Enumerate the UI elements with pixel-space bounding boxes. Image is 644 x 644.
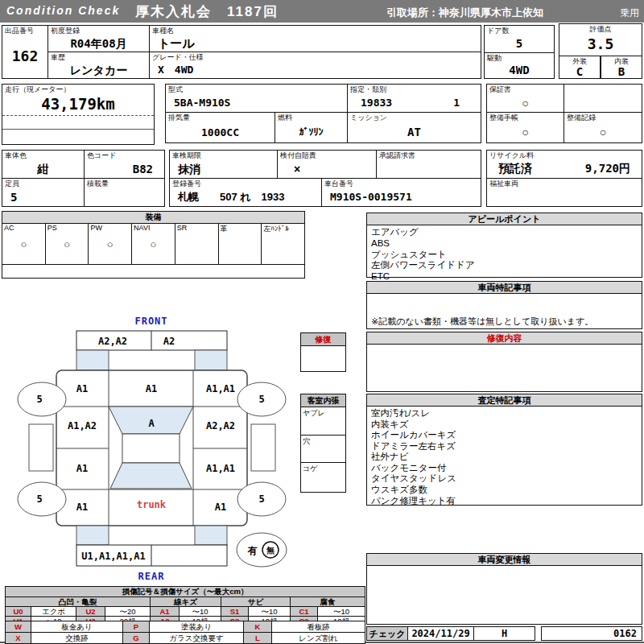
field-label: 外装 xyxy=(559,56,600,65)
legend-desc: 板金あり xyxy=(31,621,123,633)
legend-desc: エクボ xyxy=(31,607,76,617)
panel-change-info: 車両変更情報 xyxy=(366,553,642,625)
legend-code: K xyxy=(244,621,272,633)
warranty-circle: ○ xyxy=(487,93,564,112)
legend-code: P xyxy=(123,621,150,633)
brand-logo: Condition Check xyxy=(6,4,120,17)
field-label: 内装 xyxy=(601,56,642,65)
front-right-pillar xyxy=(195,350,227,370)
field-label: 保証書 xyxy=(487,85,564,93)
check-date-cell: 2024/11/29 xyxy=(407,626,474,641)
equipment-cell-navi: NAVI○ xyxy=(132,224,175,265)
assessment-item: ウスキズ多数 xyxy=(371,485,638,496)
cabin-row-burn: コゲ xyxy=(301,462,345,489)
field-recycle-fee: リサイクル料 預託済 9,720円 xyxy=(486,150,642,179)
capacity-value: 5 xyxy=(2,188,84,206)
exterior-grade-value: C xyxy=(559,65,600,78)
designation-value: 19833 xyxy=(348,97,392,109)
pickup-location: 引取場所：神奈川県厚木市上依知 xyxy=(386,6,543,20)
insurance-value: × xyxy=(278,159,376,178)
assessment-item: 内装キズ xyxy=(371,419,638,431)
field-warranty: 保証書 ○ xyxy=(486,84,564,113)
field-history: 車歴 レンタカー xyxy=(47,52,150,79)
field-fuel: 燃料 ｶﾞｿﾘﾝ xyxy=(275,112,348,143)
sheet-number-cell: 0162 xyxy=(541,626,642,641)
field-first-registration: 初度登録 R04年08月 xyxy=(47,25,150,52)
appeal-item: エアバッグ xyxy=(371,227,638,238)
equipment-label: NAVI xyxy=(132,224,175,232)
model-code-value: 5BA-M910S xyxy=(166,93,347,112)
legend-desc: 〜10 xyxy=(180,607,221,617)
left-fender-code: A1 xyxy=(76,383,88,394)
field-approval-request: 承認請求書 xyxy=(376,150,481,179)
legend-code: A1 xyxy=(151,607,180,617)
cabin-lining-box: 客室内張 ヤブレ 穴 コゲ xyxy=(300,394,346,493)
equipment-cell-pw: PW○ xyxy=(89,224,132,265)
equipment-mark: ○ xyxy=(132,238,175,250)
field-label: グレード・仕様 xyxy=(150,52,481,61)
field-label: 排気量 xyxy=(166,113,275,122)
field-displacement: 排気量 1000CC xyxy=(165,112,275,143)
equipment-label: AC xyxy=(2,224,45,232)
field-label: 色コード xyxy=(85,151,164,159)
equipment-label: 革 xyxy=(219,224,262,234)
front-bumper-right-code: A2 xyxy=(163,336,175,347)
appeal-item: プッシュスタート xyxy=(371,250,638,261)
body-color-value: 紺 xyxy=(2,159,84,178)
front-left-wheel-size: 5 xyxy=(36,394,42,405)
field-label: 型式 xyxy=(166,85,347,93)
field-label: 走行（現メーター） xyxy=(2,85,154,93)
welfare-value xyxy=(487,188,642,206)
panel-repair-detail: 修復内容 xyxy=(366,332,642,392)
mileage-extra-empty xyxy=(2,116,154,129)
field-capacity: 定員 5 xyxy=(2,178,85,207)
drive-value: 4WD xyxy=(485,62,554,78)
field-transmission: ミッション AT xyxy=(347,112,481,143)
class-value: 1 xyxy=(453,97,481,109)
title-bar: Condition Check 厚木入札会 1187回 引取場所：神奈川県厚木市… xyxy=(0,0,644,23)
field-label: 定員 xyxy=(2,179,84,188)
field-label: 車検期限 xyxy=(170,151,277,159)
history-value: レンタカー xyxy=(48,61,149,78)
field-maintenance-record: 整備記録 ○ xyxy=(564,112,642,143)
legend-code: X xyxy=(6,633,31,644)
panel-title: 車両変更情報 xyxy=(367,554,642,566)
legend-group-dent: 凸凹・亀裂 xyxy=(6,597,151,607)
interior-grade-value: B xyxy=(601,65,642,78)
equipment-label: 左ﾊﾝﾄﾞﾙ xyxy=(262,224,304,234)
field-maintenance-book: 整備手帳 ○ xyxy=(486,112,564,143)
field-label: 福祉車両 xyxy=(487,179,642,188)
right-fender-code: A1,A1 xyxy=(206,383,235,394)
panel-appeal-points: アピールポイント エアバッグ ABS プッシュスタート 左側パワースライドドア … xyxy=(366,213,642,278)
repair-detail-empty xyxy=(367,345,642,391)
field-label: 承認請求書 xyxy=(377,151,481,159)
right-mirror xyxy=(251,424,275,471)
field-label: 検付自賠責 xyxy=(278,151,376,159)
field-label: 車種名 xyxy=(150,26,481,35)
front-right-wheel-size: 5 xyxy=(258,394,264,405)
exhibit-number-value: 162 xyxy=(2,35,47,78)
rear-bumper-code: U1,A1,A1,A1 xyxy=(81,551,145,562)
grade-value: X 4WD xyxy=(150,61,481,78)
plate-number-value: 札幌 507 れ 1933 xyxy=(170,188,321,206)
legend-code: U0 xyxy=(6,607,31,617)
equipment-empty-row xyxy=(2,265,305,279)
field-grade: グレード・仕様 X 4WD xyxy=(149,52,481,79)
field-label: 燃料 xyxy=(275,113,347,122)
equipment-mark: ○ xyxy=(2,238,45,250)
inspection-expiry-value: 抹消 xyxy=(170,159,277,178)
legend-code: C1 xyxy=(291,607,318,617)
hood-code: A1 xyxy=(146,383,157,394)
equipment-cell-ps: PS○ xyxy=(45,224,89,265)
field-label: 車台番号 xyxy=(322,179,481,188)
field-load: 積載量 xyxy=(84,178,165,207)
rear-right-pillar xyxy=(195,526,227,545)
panel-assessment-notes: 査定特記事項 室内汚れ/スレ 内装キズ ホイールカバーキズ ドアミラー左右キズ … xyxy=(366,394,642,506)
left-rear-door-code: A1 xyxy=(76,463,88,474)
equipment-label: PS xyxy=(46,224,89,232)
left-quarter-code: A1 xyxy=(76,502,88,513)
field-label: リサイクル料 xyxy=(487,151,642,159)
mileage-empty-area xyxy=(2,129,154,144)
mileage-value: 43,179km xyxy=(2,93,154,115)
field-interior-grade: 内装 B xyxy=(601,56,642,79)
